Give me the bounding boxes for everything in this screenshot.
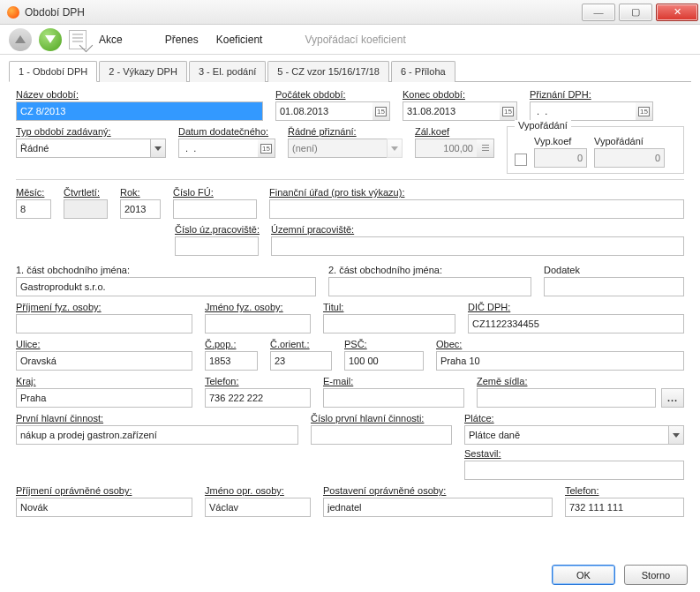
prvni-cinnost-label: První hlavní činnost: — [16, 413, 298, 423]
cislo-cinnost-label: Číslo první hlavní činnosti: — [311, 413, 452, 423]
dodatek-label: Dodatek — [544, 265, 684, 275]
cpop-label: Č.pop.: — [205, 339, 258, 349]
psc-input[interactable] — [344, 351, 424, 371]
platce-select[interactable] — [464, 425, 668, 445]
kraj-input[interactable] — [16, 388, 192, 408]
maximize-button[interactable]: ▢ — [619, 4, 652, 21]
telefon-opr-input[interactable] — [565, 498, 684, 517]
cast2-input[interactable] — [328, 277, 531, 296]
titul-input[interactable] — [323, 314, 455, 333]
vypkoef-input — [534, 148, 587, 168]
calendar-icon[interactable] — [636, 101, 653, 121]
chevron-down-icon[interactable] — [150, 139, 166, 158]
chevron-down-icon[interactable] — [668, 425, 684, 445]
ok-button[interactable]: OK — [552, 565, 615, 585]
jmeno-opr-label: Jméno opr. osoby: — [205, 485, 311, 496]
financni-urad-label: Finanční úřad (pro tisk výkazu): — [269, 187, 684, 198]
priznani-dph-input[interactable] — [530, 101, 636, 121]
calendar-icon[interactable] — [258, 139, 275, 158]
sestavil-label: Sestavil: — [464, 448, 684, 459]
vyporadani-legend: Vypořádání — [515, 120, 571, 131]
tab-cz-vzor[interactable]: 5 - CZ vzor 15/16/17/18 — [267, 61, 389, 82]
zeme-sidla-input[interactable] — [477, 388, 656, 408]
cislo-fu-input[interactable] — [173, 199, 257, 219]
chevron-down-icon — [387, 139, 403, 158]
document-icon[interactable] — [69, 30, 87, 49]
psc-label: PSČ: — [344, 339, 424, 349]
prijmeni-fyz-input[interactable] — [16, 314, 192, 333]
titul-label: Titul: — [323, 302, 455, 312]
corient-input[interactable] — [270, 351, 332, 371]
mesic-input[interactable] — [16, 199, 51, 219]
nazev-obdobi-input[interactable] — [16, 101, 263, 121]
minimize-button[interactable]: — — [582, 4, 615, 21]
sestavil-input[interactable] — [464, 461, 684, 480]
postaveni-opr-label: Postavení oprávněné osoby: — [323, 485, 553, 496]
email-input[interactable] — [323, 388, 464, 408]
rok-input[interactable] — [120, 199, 161, 219]
zalkoef-input — [415, 139, 477, 158]
datum-dodatecneho-input[interactable] — [178, 139, 258, 158]
telefon-label: Telefon: — [205, 376, 311, 386]
prijmeni-opr-input[interactable] — [16, 498, 192, 517]
typ-obdobi-select[interactable] — [16, 139, 150, 158]
ulice-input[interactable] — [16, 351, 192, 371]
tab-vykazy-dph[interactable]: 2 - Výkazy DPH — [99, 61, 187, 82]
form-body: Název období: Počátek období: Konec obdo… — [0, 82, 700, 528]
close-button[interactable]: ✕ — [656, 4, 698, 21]
vyporadani-val-label: Vypořádání — [594, 136, 665, 146]
ctvrtleti-label: Čtvrtletí: — [64, 187, 108, 198]
uzemni-pracoviste-input[interactable] — [271, 236, 684, 256]
rok-label: Rok: — [120, 187, 161, 198]
uzemni-pracoviste-label: Územní pracoviště: — [271, 224, 684, 235]
telefon-input[interactable] — [205, 388, 311, 408]
financni-urad-input[interactable] — [269, 199, 684, 219]
cislo-uzpracoviste-input[interactable] — [175, 236, 259, 256]
spinner-icon — [477, 139, 494, 158]
dic-dph-input[interactable] — [468, 314, 684, 333]
cislo-cinnost-input[interactable] — [311, 425, 452, 445]
dodatek-input[interactable] — [544, 277, 684, 296]
pocatek-obdobi-input[interactable] — [275, 101, 373, 121]
ulice-label: Ulice: — [16, 339, 192, 349]
toolbar: Akce Přenes Koeficient Vypořádací koefic… — [0, 25, 700, 55]
window-title: Období DPH — [25, 6, 582, 19]
storno-button[interactable]: Storno — [624, 565, 688, 585]
pocatek-obdobi-label: Počátek období: — [275, 89, 390, 100]
nav-down-button[interactable] — [39, 28, 62, 51]
obec-input[interactable] — [436, 351, 684, 371]
footer: OK Storno — [552, 565, 688, 585]
mesic-label: Měsíc: — [16, 187, 51, 198]
tabs: 1 - Období DPH 2 - Výkazy DPH 3 - El. po… — [9, 60, 691, 82]
corient-label: Č.orient.: — [270, 339, 332, 349]
cislo-fu-label: Číslo FÚ: — [173, 187, 257, 198]
vyporadani-checkbox[interactable] — [515, 154, 527, 166]
obec-label: Obec: — [436, 339, 684, 349]
tab-el-podani[interactable]: 3 - El. podání — [189, 61, 266, 82]
tab-obdobi-dph[interactable]: 1 - Období DPH — [9, 61, 97, 82]
cast1-input[interactable] — [16, 277, 316, 296]
app-icon — [7, 6, 19, 19]
toolbar-vyporadaci-koeficient: Vypořádací koeficient — [299, 30, 410, 49]
toolbar-akce[interactable]: Akce — [94, 30, 128, 49]
vypkoef-label: Vyp.koef — [534, 136, 587, 146]
priznani-dph-label: Přiznání DPH: — [530, 89, 653, 100]
jmeno-opr-input[interactable] — [205, 498, 311, 517]
calendar-icon[interactable] — [373, 101, 390, 121]
calendar-icon[interactable] — [500, 101, 517, 121]
toolbar-prenes[interactable]: Přenes — [160, 30, 204, 49]
platce-label: Plátce: — [464, 413, 684, 423]
konec-obdobi-input[interactable] — [403, 101, 500, 121]
tab-priloha[interactable]: 6 - Příloha — [391, 61, 455, 82]
toolbar-koeficient[interactable]: Koeficient — [211, 30, 268, 49]
cpop-input[interactable] — [205, 351, 258, 371]
ctvrtleti-input — [64, 199, 108, 219]
nav-up-button[interactable] — [9, 28, 32, 51]
zeme-picker-button[interactable]: ... — [661, 388, 684, 408]
prvni-cinnost-input[interactable] — [16, 425, 298, 445]
vyporadani-group: Vypořádání Vyp.koef Vypořádání — [507, 126, 684, 174]
zeme-sidla-label: Země sídla: — [477, 376, 684, 386]
jmeno-fyz-input[interactable] — [205, 314, 311, 333]
postaveni-opr-input[interactable] — [323, 498, 553, 517]
zalkoef-label: Zál.koef — [415, 126, 494, 137]
